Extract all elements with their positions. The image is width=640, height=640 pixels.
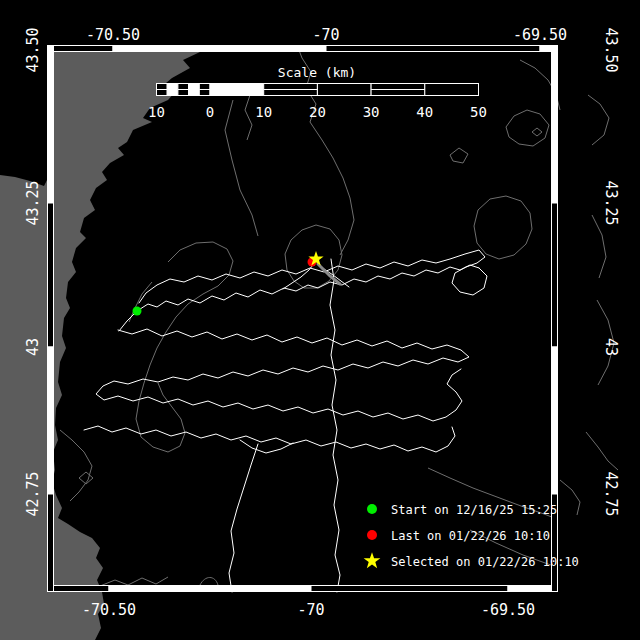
map-canvas[interactable]: -70.50 -70 -69.50 -70.50 -70 -69.50 43.5… [0, 0, 640, 640]
axis-label-right-4: 42.75 [602, 471, 620, 516]
axis-label-left-1: 43.50 [24, 27, 42, 72]
axis-label-bottom-2: -70 [297, 601, 324, 619]
legend: Start on 12/16/25 15:25 Last on 01/22/26… [364, 503, 579, 569]
map-viewport: -70.50 -70 -69.50 -70.50 -70 -69.50 43.5… [0, 0, 640, 640]
scale-bar-title: Scale (km) [278, 65, 356, 80]
scale-tick-6: 50 [470, 104, 487, 120]
legend-start-label: Start on 12/16/25 15:25 [391, 503, 557, 517]
axis-label-right-2: 43.25 [602, 180, 620, 225]
axis-label-bottom-1: -70.50 [82, 601, 136, 619]
scale-tick-2: 10 [255, 104, 272, 120]
legend-last-dot [367, 530, 377, 540]
axis-label-right-3: 43 [602, 338, 620, 356]
axis-label-top-1: -70.50 [86, 26, 140, 44]
legend-selected-label: Selected on 01/22/26 10:10 [391, 555, 579, 569]
start-marker[interactable] [133, 307, 142, 316]
axis-label-bottom-3: -69.50 [481, 601, 535, 619]
legend-item-selected: Selected on 01/22/26 10:10 [364, 552, 579, 569]
axis-label-left-3: 43 [24, 338, 42, 356]
scale-tick-1: 0 [206, 104, 214, 120]
scale-tick-5: 40 [416, 104, 433, 120]
axis-label-right-1: 43.50 [602, 27, 620, 72]
legend-last-label: Last on 01/22/26 10:10 [391, 529, 550, 543]
scale-tick-3: 20 [309, 104, 326, 120]
scale-tick-4: 30 [363, 104, 380, 120]
axis-label-left-2: 43.25 [24, 180, 42, 225]
legend-item-start: Start on 12/16/25 15:25 [367, 503, 557, 517]
legend-item-last: Last on 01/22/26 10:10 [367, 529, 550, 543]
scale-tick-0: 10 [148, 104, 165, 120]
axis-label-top-2: -70 [312, 26, 339, 44]
axis-label-top-3: -69.50 [513, 26, 567, 44]
legend-start-dot [367, 504, 377, 514]
axis-label-left-4: 42.75 [24, 471, 42, 516]
